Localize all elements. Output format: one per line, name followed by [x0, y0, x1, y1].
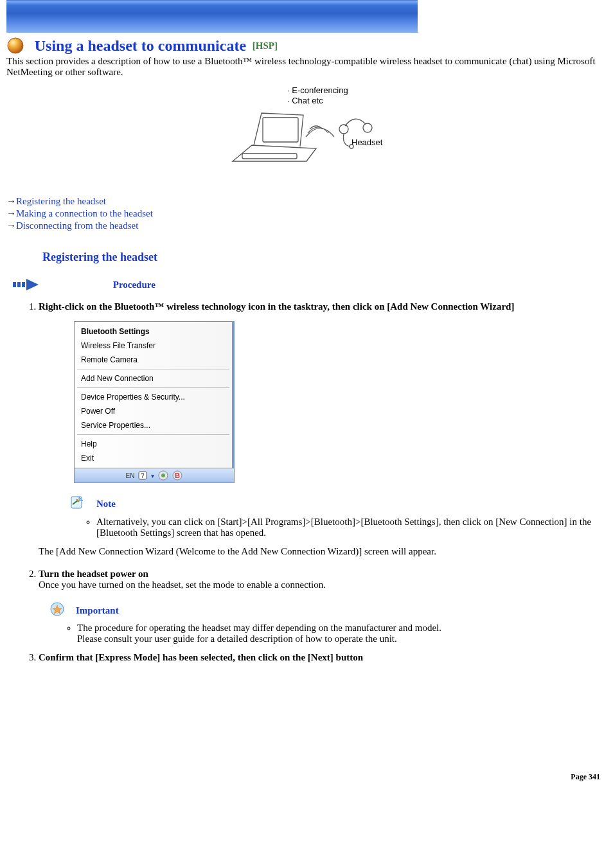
sphere-icon [6, 37, 24, 55]
svg-rect-5 [263, 118, 298, 142]
svg-rect-10 [17, 282, 21, 287]
svg-rect-4 [242, 154, 297, 159]
svg-point-7 [363, 123, 372, 132]
step-1: Right-click on the Bluetooth™ wireless t… [39, 301, 607, 557]
steps-list: Right-click on the Bluetooth™ wireless t… [26, 301, 607, 663]
link-disconnecting[interactable]: Disconnecting from the headset [16, 220, 138, 231]
important-row: Important [50, 602, 607, 619]
svg-rect-9 [13, 282, 16, 287]
important-label: Important [76, 605, 119, 616]
note-label: Note [96, 499, 116, 509]
link-connecting[interactable]: Making a connection to the headset [16, 208, 153, 218]
svg-point-16 [161, 474, 165, 477]
link-registering[interactable]: Registering the headset [16, 196, 106, 206]
procedure-row: Procedure [13, 277, 607, 295]
menu-item-devprops: Device Properties & Security... [75, 390, 232, 404]
step1-continuation: The [Add New Connection Wizard (Welcome … [39, 546, 607, 557]
intro-paragraph: This section provides a description of h… [6, 56, 607, 78]
menu-item-camera: Remote Camera [75, 353, 232, 367]
note-icon [69, 495, 85, 513]
menu-item-poweroff: Power Off [75, 404, 232, 418]
step1-title: Right-click on the Bluetooth™ wireless t… [39, 301, 514, 312]
page-title-tag: [HSP] [253, 40, 278, 51]
tray-arrow-icon: ▾ [151, 472, 154, 479]
svg-text:B: B [175, 472, 180, 479]
header-bar [6, 0, 418, 33]
svg-rect-11 [22, 282, 25, 287]
diagram: · E-conferencing · Chat etc Headset [6, 84, 607, 183]
important-text: The procedure for operating the headset … [77, 623, 607, 644]
step-2: Turn the headset power on Once you have … [39, 569, 607, 644]
svg-marker-12 [26, 279, 39, 290]
intro-text: This section provides a description of h… [6, 56, 607, 78]
menu-item-add-conn: Add New Connection [75, 371, 232, 385]
bluetooth-tray-icon-2: B [172, 470, 182, 481]
svg-point-6 [339, 125, 348, 134]
svg-text:?: ? [141, 472, 145, 479]
imp-line1: The procedure for operating the headset … [77, 623, 441, 633]
important-icon [50, 602, 64, 619]
imp-line2: Please consult your user guide for a det… [77, 633, 397, 644]
help-tray-icon: ? [138, 471, 147, 480]
title-row: Using a headset to communicate [HSP] [6, 37, 607, 55]
step-3: Confirm that [Express Mode] has been sel… [39, 652, 607, 663]
step3-title: Confirm that [Express Mode] has been sel… [39, 652, 363, 662]
svg-text:Headset: Headset [351, 137, 383, 147]
context-menu-screenshot: Bluetooth Settings Wireless File Transfe… [74, 321, 235, 483]
step2-title: Turn the headset power on [39, 569, 148, 579]
page-title: Using a headset to communicate [35, 37, 246, 54]
svg-text:· E-conferencing: · E-conferencing [287, 85, 348, 95]
menu-item-wft: Wireless File Transfer [75, 339, 232, 353]
note-text: Alternatively, you can click on [Start]>… [96, 517, 607, 538]
svg-text:· Chat etc: · Chat etc [287, 96, 323, 105]
step2-body: Once you have turned on the headset, set… [39, 580, 326, 590]
page-number: Page 341 [6, 772, 607, 782]
arrow-icon [13, 277, 40, 295]
bluetooth-tray-icon [158, 470, 168, 481]
menu-item-bt-settings: Bluetooth Settings [75, 324, 232, 339]
svg-point-0 [8, 38, 23, 53]
section-heading-registering: Registering the headset [42, 251, 607, 264]
menu-item-exit: Exit [75, 451, 232, 465]
systray: EN ? ▾ B [74, 468, 235, 483]
lang-indicator: EN [126, 472, 135, 479]
menu-item-srvprops: Service Properties... [75, 418, 232, 432]
toc-links: →Registering the headset →Making a conne… [6, 196, 607, 231]
menu-item-help: Help [75, 437, 232, 451]
note-row: Note [69, 495, 607, 513]
procedure-label: Procedure [113, 279, 155, 290]
